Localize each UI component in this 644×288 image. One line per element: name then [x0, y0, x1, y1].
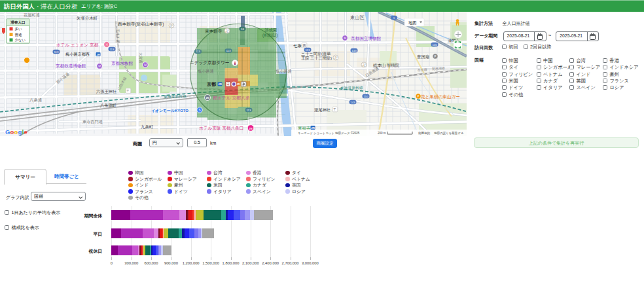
- svg-text:2N: 2N: [249, 127, 252, 130]
- svg-text:地図データ ©2025: 地図データ ©2025: [334, 131, 360, 135]
- svg-text:ニデック京都タワー: ニデック京都タワー: [190, 60, 229, 65]
- svg-text:八条源町: 八条源町: [100, 103, 116, 107]
- svg-text:M: M: [344, 37, 346, 40]
- svg-text:116: 116: [433, 43, 438, 46]
- svg-text:113: 113: [196, 50, 201, 53]
- svg-text:JR: JR: [311, 126, 315, 130]
- svg-text:卍: 卍: [334, 56, 337, 60]
- svg-text:24: 24: [241, 27, 244, 31]
- svg-text:塩小路通: 塩小路通: [276, 69, 292, 74]
- svg-text:西本願寺(龍谷山本願寺): 西本願寺(龍谷山本願寺): [117, 22, 164, 27]
- svg-text:M: M: [144, 63, 147, 67]
- svg-text:日: 日: [226, 82, 230, 86]
- svg-text:JR: JR: [218, 82, 222, 86]
- svg-text:総本山 智積院: 総本山 智積院: [372, 63, 400, 68]
- svg-text:大宮通: 大宮通: [138, 52, 143, 63]
- svg-text:少ない: 少ない: [15, 38, 26, 42]
- svg-text:王院 三十三間堂): 王院 三十三間堂): [301, 56, 332, 61]
- svg-text:京都: 京都: [206, 81, 216, 87]
- svg-text:M: M: [98, 65, 101, 68]
- svg-text:都ホテル 京都八条: 都ホテル 京都八条: [213, 96, 250, 101]
- svg-text:滞在人口: 滞在人口: [10, 20, 25, 25]
- svg-text:e: e: [24, 128, 27, 135]
- svg-text:200 m: 200 m: [378, 132, 386, 135]
- svg-text:143: 143: [351, 49, 357, 52]
- svg-text:京都鉄道博物館: 京都鉄道博物館: [56, 63, 86, 69]
- svg-text:ホテル エミオン 京都: ホテル エミオン 京都: [56, 43, 98, 48]
- svg-text:七条: 七条: [293, 43, 302, 48]
- svg-text:H: H: [105, 43, 107, 46]
- svg-text:2N: 2N: [206, 96, 209, 99]
- svg-text:キーボード ショートカット: キーボード ショートカット: [298, 132, 334, 135]
- svg-text:東本願寺: 東本願寺: [205, 29, 223, 34]
- svg-text:瀧尾神社: 瀧尾神社: [314, 107, 331, 113]
- svg-text:G: G: [5, 128, 10, 135]
- svg-text:ホテル京阪 京都八条口: ホテル京阪 京都八条口: [199, 126, 243, 131]
- svg-text:S: S: [198, 109, 200, 112]
- svg-text:110: 110: [364, 95, 369, 98]
- svg-text:豊国廟: 豊国廟: [417, 54, 430, 60]
- svg-text:113: 113: [110, 48, 115, 51]
- svg-text:八条通: 八条通: [29, 98, 43, 103]
- svg-text:朱雀分木町: 朱雀分木町: [77, 16, 98, 20]
- svg-text:東寺西門通: 東寺西門通: [82, 119, 103, 124]
- svg-text:113: 113: [247, 109, 252, 112]
- svg-text:九条町: 九条町: [141, 124, 154, 129]
- svg-text:花屋町通: 花屋町通: [24, 12, 40, 18]
- svg-text:(枳殻邸): (枳殻邸): [262, 33, 277, 38]
- svg-text:京都水族館: 京都水族館: [111, 61, 133, 66]
- svg-text:113: 113: [306, 48, 311, 52]
- svg-text:多い: 多い: [15, 27, 22, 31]
- svg-text:京都国立博物館: 京都国立博物館: [351, 36, 382, 41]
- svg-text:卍: 卍: [362, 63, 365, 67]
- svg-text:梅小路京都西: 梅小路京都西: [65, 52, 90, 57]
- svg-text:卍: 卍: [170, 24, 173, 28]
- svg-text:卍: 卍: [225, 29, 228, 33]
- svg-text:〒: 〒: [334, 107, 337, 111]
- svg-text:東山区: 東山区: [350, 14, 365, 20]
- svg-text:143: 143: [350, 101, 355, 104]
- svg-text:P: P: [417, 95, 419, 98]
- svg-text:普通: 普通: [15, 33, 22, 37]
- svg-text:JR: JR: [237, 83, 240, 86]
- svg-text:囲: 囲: [303, 43, 306, 48]
- svg-text:イオンモールKYOTO: イオンモールKYOTO: [151, 109, 188, 113]
- svg-text:六孫王神社: 六孫王神社: [96, 89, 117, 94]
- svg-text:113: 113: [226, 49, 232, 52]
- svg-text:113: 113: [54, 50, 60, 54]
- svg-text:花と果樹の東山ガー: 花と果樹の東山ガー: [420, 94, 460, 99]
- svg-text:地図の誤りを報告する: 地図の誤りを報告する: [433, 131, 464, 135]
- svg-text:利用規約: 利用規約: [418, 131, 431, 135]
- svg-text:塩小路通: 塩小路通: [198, 69, 214, 74]
- svg-text:壬生川通: 壬生川通: [116, 29, 120, 44]
- svg-text:〒: 〒: [127, 89, 130, 93]
- svg-text:地図: 地図: [408, 20, 416, 26]
- svg-text:P: P: [434, 55, 436, 58]
- svg-text:JR: JR: [96, 53, 100, 56]
